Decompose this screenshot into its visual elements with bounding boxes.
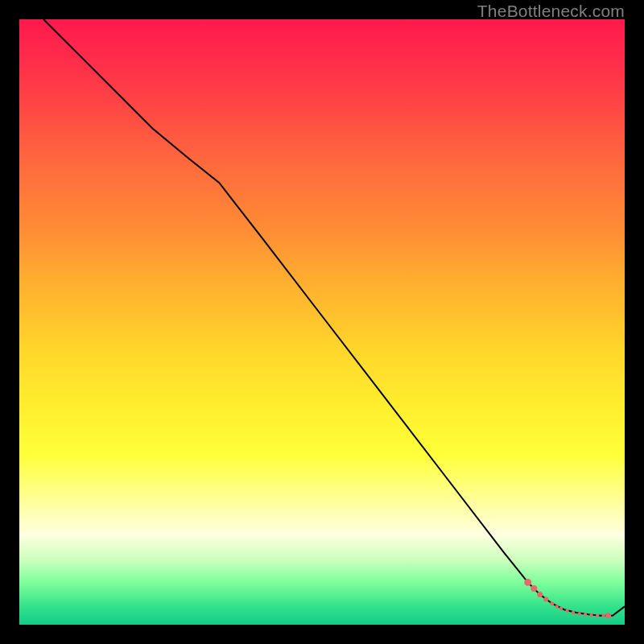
chart-marker-dot	[543, 597, 548, 601]
chart-marker-dot	[537, 592, 543, 597]
watermark-text: TheBottleneck.com	[477, 2, 625, 21]
chart-marker-dot	[530, 585, 537, 592]
chart-marker-dot	[584, 613, 587, 616]
chart-marker-dot	[577, 612, 580, 615]
chart-marker-dot	[565, 609, 568, 613]
chart-overlay	[19, 19, 625, 625]
chart-markers	[524, 579, 611, 618]
chart-marker-dot	[589, 613, 592, 617]
page-frame: TheBottleneck.com	[0, 0, 644, 644]
chart-marker-dot	[602, 614, 605, 617]
chart-marker-dot	[555, 605, 559, 608]
chart-marker-dot	[605, 613, 611, 618]
chart-marker-dot	[550, 601, 554, 605]
chart-marker-dot	[559, 607, 563, 610]
chart-marker-dot	[596, 614, 599, 617]
chart-marker-dot	[572, 611, 575, 614]
chart-line	[43, 19, 625, 616]
chart-marker-dot	[524, 579, 531, 586]
